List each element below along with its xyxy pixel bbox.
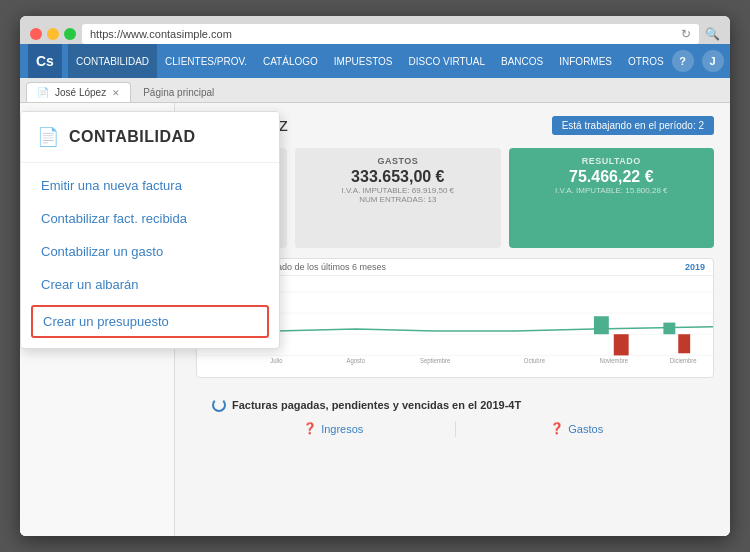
nav-item-informes[interactable]: INFORMES [551,44,620,78]
url-input[interactable] [90,28,675,40]
cs-logo[interactable]: Cs [28,44,62,78]
dropdown-item-albaran[interactable]: Crear un albarán [21,268,279,301]
nav-item-catalogo[interactable]: CATÁLOGO [255,44,326,78]
dropdown-item-gasto[interactable]: Contabilizar un gasto [21,235,279,268]
main-content: José López Está trabajando en el período… [20,103,730,536]
minimize-button[interactable] [47,28,59,40]
nav-item-bancos[interactable]: BANCOS [493,44,551,78]
dropdown-title: CONTABILIDAD [69,128,196,146]
browser-chrome: ↻ 🔍 [20,16,730,44]
tab-close-icon[interactable]: ✕ [112,88,120,98]
dropdown-overlay[interactable]: 📄 CONTABILIDAD Emitir una nueva factura … [20,103,730,536]
nav-item-otros[interactable]: OTROS [620,44,672,78]
nav-items: CONTABILIDAD CLIENTES/PROV. CATÁLOGO IMP… [68,44,672,78]
nav-item-disco[interactable]: DISCO VIRTUAL [401,44,494,78]
dropdown-item-presupuesto[interactable]: Crear un presupuesto [31,305,269,338]
traffic-lights [30,28,76,40]
tab-icon: 📄 [37,87,49,98]
browser-tab-main[interactable]: 📄 José López ✕ [26,82,131,102]
tab-bar: 📄 José López ✕ Página principal [20,78,730,103]
browser-window: ↻ 🔍 Cs CONTABILIDAD CLIENTES/PROV. CATÁL… [20,16,730,536]
browser-titlebar: ↻ 🔍 [30,24,720,44]
dropdown-items: Emitir una nueva factura Contabilizar fa… [21,163,279,348]
search-icon[interactable]: 🔍 [705,27,720,41]
refresh-icon[interactable]: ↻ [681,27,691,41]
user-button[interactable]: J [702,50,724,72]
maximize-button[interactable] [64,28,76,40]
nav-right: ? J [672,50,724,72]
close-button[interactable] [30,28,42,40]
nav-item-contabilidad[interactable]: CONTABILIDAD [68,44,157,78]
app-nav: Cs CONTABILIDAD CLIENTES/PROV. CATÁLOGO … [20,44,730,78]
dropdown-header: 📄 CONTABILIDAD [21,112,279,163]
tab-home[interactable]: Página principal [135,83,222,102]
nav-item-impuestos[interactable]: IMPUESTOS [326,44,401,78]
tab-label: José López [55,87,106,98]
dropdown-item-factura[interactable]: Emitir una nueva factura [21,169,279,202]
nav-item-clientes[interactable]: CLIENTES/PROV. [157,44,255,78]
help-button[interactable]: ? [672,50,694,72]
dropdown-icon: 📄 [37,126,59,148]
address-bar: ↻ [82,24,699,44]
dropdown-item-contabilizar[interactable]: Contabilizar fact. recibida [21,202,279,235]
dropdown-menu: 📄 CONTABILIDAD Emitir una nueva factura … [20,111,280,349]
